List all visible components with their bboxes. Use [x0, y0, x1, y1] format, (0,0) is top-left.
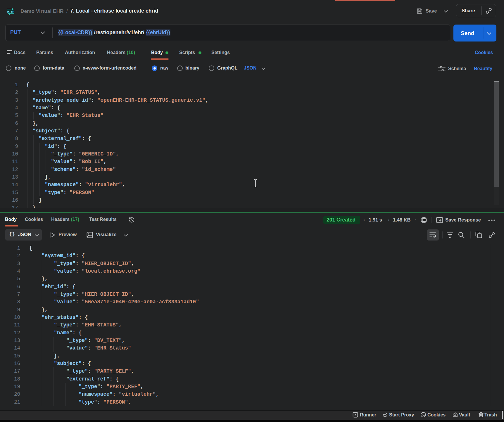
- svg-text:HTTP: HTTP: [7, 10, 15, 13]
